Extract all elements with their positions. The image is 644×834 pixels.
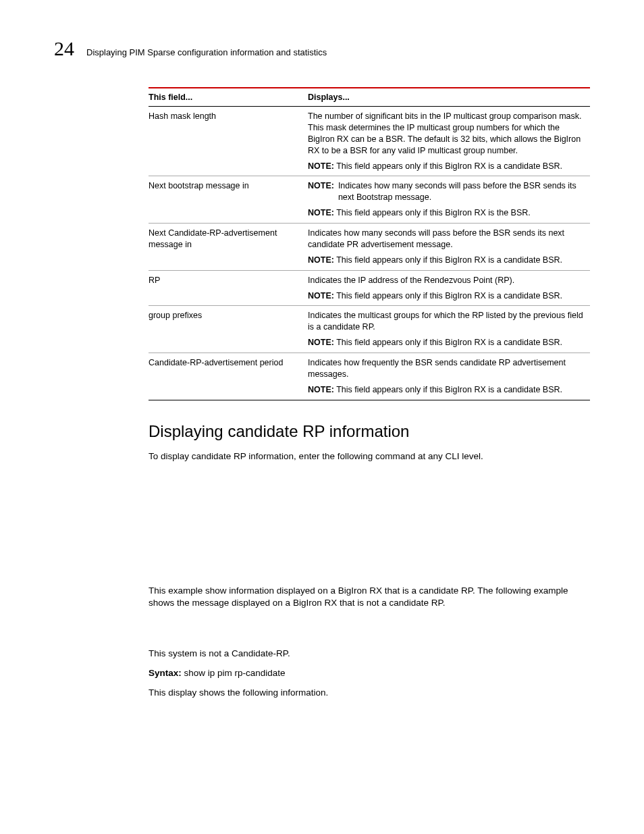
fields-table: This field... Displays... Hash mask leng… xyxy=(149,87,590,400)
page: 24 Displaying PIM Sparse configuration i… xyxy=(0,0,644,747)
field-name: Hash mask length xyxy=(149,107,308,176)
field-name: Next Candidate-RP-advertisement message … xyxy=(149,224,308,271)
table-header-field: This field... xyxy=(149,88,308,107)
desc-text: Indicates the IP address of the Rendezvo… xyxy=(308,276,514,285)
note-block: NOTE: This field appears only if this Bi… xyxy=(308,290,585,302)
note-text: This field appears only if this BigIron … xyxy=(336,385,562,394)
note-text: Indicates how many seconds will pass bef… xyxy=(338,180,585,203)
table-row: Hash mask length The number of significa… xyxy=(149,107,590,176)
field-desc: Indicates how many seconds will pass bef… xyxy=(308,224,590,271)
note-text: This field appears only if this BigIron … xyxy=(336,208,531,217)
field-name: Candidate-RP-advertisement period xyxy=(149,353,308,400)
field-name: RP xyxy=(149,270,308,306)
note-text: This field appears only if this BigIron … xyxy=(336,255,562,265)
note-label: NOTE: xyxy=(308,161,334,171)
note-label: NOTE: xyxy=(308,255,334,265)
content-area: This field... Displays... Hash mask leng… xyxy=(149,87,590,700)
table-row: Next bootstrap message in NOTE: Indicate… xyxy=(149,176,590,224)
note-text: This field appears only if this BigIron … xyxy=(336,338,562,347)
field-desc: Indicates the IP address of the Rendezvo… xyxy=(308,270,590,306)
note-label: NOTE: xyxy=(308,180,334,203)
field-desc: Indicates how frequently the BSR sends c… xyxy=(308,353,590,400)
note-block: NOTE: This field appears only if this Bi… xyxy=(308,255,585,266)
paragraph: This system is not a Candidate-RP. xyxy=(149,648,590,660)
chapter-number: 24 xyxy=(54,37,74,60)
note-block: NOTE: This field appears only if this Bi… xyxy=(308,207,585,219)
table-row: RP Indicates the IP address of the Rende… xyxy=(149,270,590,306)
table-row: Next Candidate-RP-advertisement message … xyxy=(149,224,590,271)
syntax-label: Syntax: xyxy=(149,668,182,678)
desc-text: Indicates the multicast groups for which… xyxy=(308,311,583,332)
desc-text: The number of significant bits in the IP… xyxy=(308,111,582,155)
note-block: NOTE: This field appears only if this Bi… xyxy=(308,161,585,172)
note-label: NOTE: xyxy=(308,338,334,347)
desc-text: Indicates how frequently the BSR sends c… xyxy=(308,358,566,379)
note-label: NOTE: xyxy=(308,385,334,394)
field-name: group prefixes xyxy=(149,306,308,353)
spacer xyxy=(149,470,590,578)
note-text: This field appears only if this BigIron … xyxy=(336,161,562,171)
section-heading: Displaying candidate RP information xyxy=(149,422,590,441)
syntax-command: show ip pim rp-candidate xyxy=(184,668,286,678)
spacer xyxy=(149,617,590,641)
syntax-line: Syntax: show ip pim rp-candidate xyxy=(149,667,590,680)
field-desc: The number of significant bits in the IP… xyxy=(308,107,590,176)
desc-text: Indicates how many seconds will pass bef… xyxy=(308,228,564,249)
table-row: Candidate-RP-advertisement period Indica… xyxy=(149,353,590,400)
page-title: Displaying PIM Sparse configuration info… xyxy=(86,47,327,57)
field-desc: NOTE: Indicates how many seconds will pa… xyxy=(308,176,590,224)
intro-paragraph: To display candidate RP information, ent… xyxy=(149,450,590,463)
paragraph: This example show information displayed … xyxy=(149,585,590,610)
note-label: NOTE: xyxy=(308,208,334,217)
note-label: NOTE: xyxy=(308,291,334,301)
note-block: NOTE: Indicates how many seconds will pa… xyxy=(308,180,585,203)
table-row: group prefixes Indicates the multicast g… xyxy=(149,306,590,353)
note-block: NOTE: This field appears only if this Bi… xyxy=(308,337,585,348)
note-block: NOTE: This field appears only if this Bi… xyxy=(308,384,585,396)
table-header-displays: Displays... xyxy=(308,88,590,107)
field-desc: Indicates the multicast groups for which… xyxy=(308,306,590,353)
field-name: Next bootstrap message in xyxy=(149,176,308,224)
note-text: This field appears only if this BigIron … xyxy=(336,291,562,301)
page-header: 24 Displaying PIM Sparse configuration i… xyxy=(54,37,590,60)
paragraph: This display shows the following informa… xyxy=(149,687,590,700)
